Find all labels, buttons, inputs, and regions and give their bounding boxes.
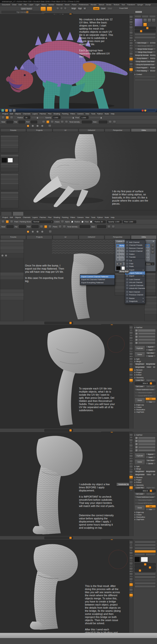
shelf-icon[interactable]: Scroll <box>129 26 133 30</box>
shelf-icon[interactable]: SPix <box>129 332 133 336</box>
menu-item[interactable]: Shading <box>54 113 60 115</box>
channel-mini-button-1[interactable] <box>151 244 154 247</box>
menu-item[interactable]: Painting <box>62 113 68 115</box>
reconstruct-subdiv-button[interactable]: Reconstruct Subdiv <box>134 391 156 394</box>
menu-item[interactable]: Zplugin <box>137 4 143 6</box>
tray-slider-3[interactable] <box>134 569 156 572</box>
shelf-icon[interactable]: Actual <box>129 455 133 459</box>
tray-button-4[interactable] <box>134 547 156 550</box>
menu-item[interactable]: Camera <box>77 113 84 115</box>
menu-item[interactable]: Stencil <box>99 4 104 6</box>
zadd-button[interactable]: Zadd <box>93 7 100 10</box>
smt-toggle[interactable]: Smt <box>146 505 156 508</box>
opacity-field[interactable]: Opacity1.000 <box>107 220 122 223</box>
shelf-icon[interactable]: Floor <box>129 470 133 475</box>
remesh-header[interactable]: Remesh <box>134 369 156 371</box>
merge-header[interactable]: Merge <box>134 360 156 362</box>
menu-item[interactable]: Stroke <box>106 4 112 6</box>
suv-toggle[interactable]: Suv <box>146 401 156 403</box>
shelf-icon[interactable]: Floor <box>129 52 133 57</box>
mergesimilar-button[interactable]: MergeSimilar <box>146 363 156 365</box>
submenu-item[interactable]: Export All Channels Flattened <box>80 278 114 281</box>
project-header[interactable]: Project <box>134 372 156 373</box>
menu-item[interactable]: Zscript <box>145 4 151 6</box>
tray-button-a[interactable] <box>134 33 156 36</box>
shelf-icon[interactable]: Persp <box>129 465 133 470</box>
context-menu-item[interactable]: Transfer <box>125 256 145 259</box>
tray-button-8[interactable] <box>134 576 156 578</box>
context-menu-item[interactable]: Next Channel <box>125 290 145 294</box>
tray-slider-1[interactable] <box>134 27 156 29</box>
smt-toggle[interactable]: Smt <box>146 398 156 400</box>
menu-item[interactable]: Channels <box>23 216 30 218</box>
edgeloop-header[interactable]: EdgeLoop <box>134 512 156 513</box>
color-swatch-black[interactable] <box>2 158 7 162</box>
shelf-icon[interactable]: Local <box>129 368 133 373</box>
taskbar-tray-icon-orange[interactable] <box>144 110 146 112</box>
polygroups-side-button[interactable]: Uv Groups <box>150 42 156 44</box>
shelf-icon[interactable]: Floor <box>129 363 133 368</box>
submenu-item[interactable]: Export Current Channel Flattened <box>80 275 114 278</box>
menu-item[interactable]: Ptex <box>48 113 52 115</box>
light-settings-icon[interactable] <box>48 124 51 128</box>
tray-button-10[interactable] <box>134 582 156 585</box>
right-slider-panel[interactable] <box>144 296 157 321</box>
menu-item[interactable]: Filters <box>70 216 75 218</box>
menu-item[interactable]: Shading <box>54 216 60 218</box>
colors-icon[interactable] <box>61 220 64 223</box>
menu-item[interactable]: Edit <box>10 216 13 218</box>
shelf-icon[interactable]: Floor <box>129 578 133 582</box>
quick-sketch-button[interactable]: Quick Sketch <box>20 7 33 10</box>
z-intensity-slider[interactable] <box>44 536 73 539</box>
menu-item[interactable]: Draw <box>12 4 16 6</box>
duplicate-button[interactable]: Duplicate <box>134 453 145 459</box>
zbrush-canvas[interactable]: Subdivide NextCtrl+D I subdivide my obje… <box>0 432 129 536</box>
shelf-icon[interactable]: Local <box>129 58 133 62</box>
del-other-button[interactable]: Del Other <box>146 459 156 462</box>
uv-button[interactable]: Uv <box>152 473 156 476</box>
shelf-icon[interactable]: L.Sym <box>129 374 133 378</box>
shelf-icon[interactable]: AAHalf <box>129 42 133 46</box>
menu-item[interactable]: Tool <box>122 4 125 6</box>
bottom-tab-1[interactable] <box>1 212 12 216</box>
context-menu-item[interactable]: Convert Channel <box>125 250 145 253</box>
move-tool-icon[interactable] <box>2 220 4 223</box>
context-menu-item[interactable]: Unlock All Channels <box>125 287 145 290</box>
shelf-icon[interactable]: SPix <box>129 546 133 551</box>
taskbar-app-icon-2[interactable] <box>13 109 16 112</box>
menu-item[interactable]: Macro <box>42 4 46 6</box>
context-menu-item[interactable]: Snapshots ▸ <box>125 300 145 303</box>
tray-tab-1[interactable] <box>134 15 141 18</box>
light-mode-active[interactable] <box>27 230 29 233</box>
geometry-header[interactable]: Geometry <box>134 484 156 486</box>
menu-item[interactable]: View <box>86 216 89 218</box>
context-menu-item[interactable]: Import ▸ <box>125 274 145 278</box>
split-header[interactable]: Split <box>134 466 156 467</box>
freeze-subdivision-button[interactable]: Freeze SubDivision Levels <box>134 496 156 498</box>
shelf-icon[interactable]: XYZ <box>129 594 133 598</box>
menu-item[interactable]: Layers <box>32 216 38 218</box>
menu-item[interactable]: Patches <box>40 113 46 115</box>
projection-icon-2[interactable] <box>44 225 47 228</box>
menu-item[interactable]: Python <box>97 113 102 115</box>
polygroups-button[interactable]: From Polypaint <box>134 66 149 69</box>
z-intensity-slider[interactable] <box>44 429 73 432</box>
shelf-icon[interactable]: AAHalf <box>129 460 133 464</box>
plane-icon-1[interactable] <box>58 225 62 228</box>
tray-button-7[interactable] <box>134 573 156 576</box>
tray-slider-2[interactable] <box>134 566 156 569</box>
paste-icon[interactable] <box>112 225 115 228</box>
contact-header[interactable]: Contact <box>134 74 156 75</box>
flow-field[interactable]: 1.000 <box>80 116 88 119</box>
sculptris-brush-icon[interactable] <box>40 7 46 11</box>
menu-item[interactable]: Help <box>111 113 114 115</box>
suv-toggle[interactable]: Suv <box>146 508 156 511</box>
menu-item[interactable]: Objects <box>15 113 21 115</box>
tool-thumb-active[interactable] <box>143 23 147 26</box>
divide-button[interactable]: Divide <box>134 398 145 403</box>
zbrush-canvas[interactable]: My creature is divided into 12 UV tiles.… <box>0 14 129 109</box>
lower-res-button[interactable]: Lower Res <box>134 379 145 382</box>
color-swatch-white[interactable] <box>8 158 13 162</box>
shelf-icon[interactable]: BPR <box>129 434 133 438</box>
channel-mini-button-2[interactable] <box>151 248 154 250</box>
